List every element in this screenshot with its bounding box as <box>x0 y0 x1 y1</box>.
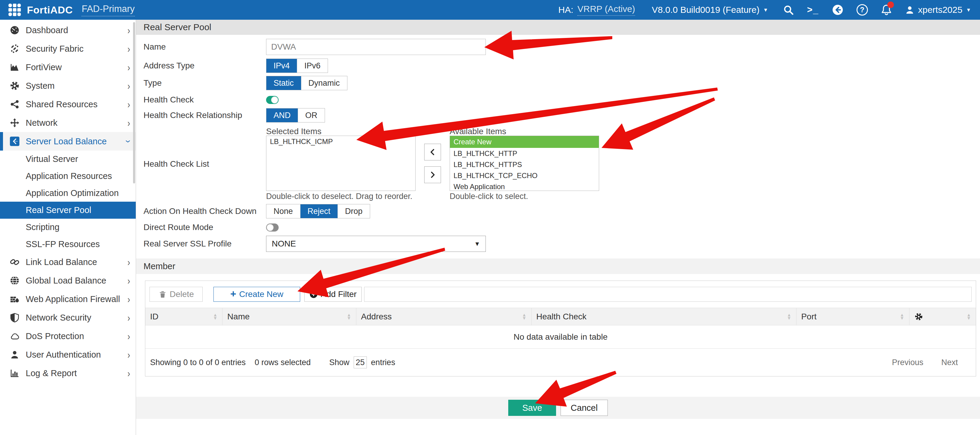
sidebar-item-server-load-balance[interactable]: Server Load Balance › <box>0 132 136 151</box>
relationship-and-button[interactable]: AND <box>266 108 298 122</box>
search-button[interactable] <box>783 5 794 15</box>
link-load-balance-icon <box>10 257 19 267</box>
ssl-profile-select[interactable]: NONE ▼ <box>266 236 486 252</box>
sidebar-item-global-load-balance[interactable]: Global Load Balance › <box>0 271 136 290</box>
sidebar-item-fortiview[interactable]: FortiView › <box>0 58 136 76</box>
available-items-title: Available Items <box>450 127 506 136</box>
column-header-health-check[interactable]: Health Check ▲▼ <box>531 308 796 325</box>
sidebar-item-log-report[interactable]: Log & Report › <box>0 364 136 383</box>
type-static-button[interactable]: Static <box>266 76 301 90</box>
sidebar-item-user-authentication[interactable]: User Authentication › <box>0 345 136 364</box>
health-check-toggle[interactable] <box>266 96 278 104</box>
cli-console-button[interactable]: >_ <box>807 5 819 15</box>
chevron-right-icon: › <box>127 25 130 35</box>
list-item[interactable]: LB_HLTHCK_ICMP <box>266 136 415 147</box>
health-check-label: Health Check <box>143 95 266 105</box>
sidebar-item-link-load-balance[interactable]: Link Load Balance › <box>0 253 136 271</box>
address-type-ipv6-button[interactable]: IPv6 <box>297 59 328 73</box>
sidebar-item-virtual-server[interactable]: Virtual Server <box>0 151 136 168</box>
list-item[interactable]: LB_HLTHCK_HTTP <box>450 148 599 159</box>
sidebar-scrollbar[interactable] <box>133 22 135 183</box>
ha-status[interactable]: VRRP (Active) <box>577 4 635 16</box>
column-label: Port <box>801 312 816 321</box>
chevron-right-icon: › <box>127 294 130 304</box>
user-menu[interactable]: xperts2025 ▼ <box>905 5 971 15</box>
sidebar-item-label: Shared Resources <box>26 100 97 110</box>
selected-items-title: Selected Items <box>266 127 450 136</box>
member-section-title: Member <box>136 259 980 274</box>
selected-items-listbox[interactable]: LB_HLTHCK_ICMP <box>266 136 415 191</box>
filter-input[interactable] <box>364 287 972 302</box>
sidebar-item-application-optimization[interactable]: Application Optimization <box>0 185 136 202</box>
dashboard-icon <box>10 25 19 35</box>
create-new-button[interactable]: + Create New <box>213 287 300 302</box>
available-items-hint: Double-click to select. <box>450 192 528 201</box>
column-header-address[interactable]: Address ▲▼ <box>356 308 531 325</box>
sidebar-item-network-security[interactable]: Network Security › <box>0 308 136 327</box>
system-gear-icon <box>10 81 19 90</box>
list-item-create-new[interactable]: Create New <box>450 136 599 148</box>
available-items-listbox[interactable]: Create New LB_HLTHCK_HTTP LB_HLTHCK_HTTP… <box>450 136 599 191</box>
action-none-button[interactable]: None <box>266 204 300 218</box>
action-segmented-control: None Reject Drop <box>266 204 370 218</box>
chevron-down-icon: ▼ <box>763 8 768 13</box>
device-name[interactable]: FAD-Primary <box>82 3 135 16</box>
add-filter-button[interactable]: Add Filter <box>304 287 362 302</box>
sidebar-item-dos-protection[interactable]: DoS Protection › <box>0 327 136 345</box>
move-left-button[interactable] <box>424 144 441 160</box>
sidebar-item-ssl-fp-resources[interactable]: SSL-FP Resources <box>0 236 136 253</box>
sort-icon: ▲▼ <box>784 313 791 319</box>
page-size-input[interactable]: 25 <box>354 356 367 368</box>
log-report-icon <box>10 368 19 378</box>
selected-items-hint: Double-click to deselect. Drag to reorde… <box>266 192 450 201</box>
name-input[interactable] <box>266 39 486 55</box>
column-header-id[interactable]: ID ▲▼ <box>145 308 223 325</box>
security-fabric-icon <box>10 44 19 54</box>
column-header-port[interactable]: Port ▲▼ <box>796 308 910 325</box>
app-logo: FortiADC <box>8 3 73 17</box>
sidebar-item-label: SSL-FP Resources <box>26 239 100 249</box>
column-header-settings[interactable]: ▲▼ <box>910 308 976 325</box>
action-drop-button[interactable]: Drop <box>337 204 370 218</box>
column-label: Name <box>227 312 250 321</box>
type-dynamic-button[interactable]: Dynamic <box>301 76 347 90</box>
health-check-relationship-label: Health Check Relationship <box>143 111 266 120</box>
list-item[interactable]: LB_HLTHCK_TCP_ECHO <box>450 170 599 181</box>
form-action-bar: Save Cancel <box>136 397 980 419</box>
sidebar-item-label: Dashboard <box>26 25 68 35</box>
sidebar-item-network[interactable]: Network › <box>0 114 136 132</box>
next-page-button[interactable]: Next <box>941 358 958 367</box>
sidebar-item-application-resources[interactable]: Application Resources <box>0 168 136 185</box>
sidebar-item-shared-resources[interactable]: Shared Resources › <box>0 95 136 114</box>
sidebar-item-web-application-firewall[interactable]: Web Application Firewall › <box>0 290 136 308</box>
direct-route-mode-toggle[interactable] <box>266 224 278 232</box>
name-label: Name <box>143 42 266 52</box>
action-reject-button[interactable]: Reject <box>300 204 338 218</box>
chevron-right-icon: › <box>127 44 130 54</box>
relationship-or-button[interactable]: OR <box>298 108 325 122</box>
back-icon <box>832 4 843 16</box>
previous-page-button[interactable]: Previous <box>892 358 923 367</box>
health-check-relationship-segmented-control: AND OR <box>266 108 325 122</box>
help-button[interactable]: ? <box>856 4 868 16</box>
sidebar-item-label: Application Optimization <box>26 188 119 198</box>
notifications-button[interactable] <box>881 4 892 16</box>
chevron-right-icon: › <box>127 275 130 286</box>
list-item[interactable]: Web Application <box>450 181 599 191</box>
sidebar-item-label: User Authentication <box>26 350 101 360</box>
save-button[interactable]: Save <box>508 400 556 416</box>
address-type-ipv4-button[interactable]: IPv4 <box>266 59 297 73</box>
sidebar-item-system[interactable]: System › <box>0 76 136 95</box>
delete-button[interactable]: Delete <box>150 287 203 302</box>
sidebar-item-dashboard[interactable]: Dashboard › <box>0 21 136 40</box>
cancel-button[interactable]: Cancel <box>560 400 608 416</box>
sidebar-item-label: Network <box>26 118 57 128</box>
sidebar-item-security-fabric[interactable]: Security Fabric › <box>0 40 136 58</box>
list-item[interactable]: LB_HLTHCK_HTTPS <box>450 159 599 170</box>
move-right-button[interactable] <box>424 167 441 183</box>
back-button[interactable] <box>832 4 843 16</box>
sidebar-item-scripting[interactable]: Scripting <box>0 219 136 236</box>
sidebar-item-real-server-pool[interactable]: Real Server Pool <box>0 202 136 219</box>
version-dropdown[interactable]: V8.0.0 Build0019 (Feature) ▼ <box>652 5 768 15</box>
column-header-name[interactable]: Name ▲▼ <box>223 308 356 325</box>
